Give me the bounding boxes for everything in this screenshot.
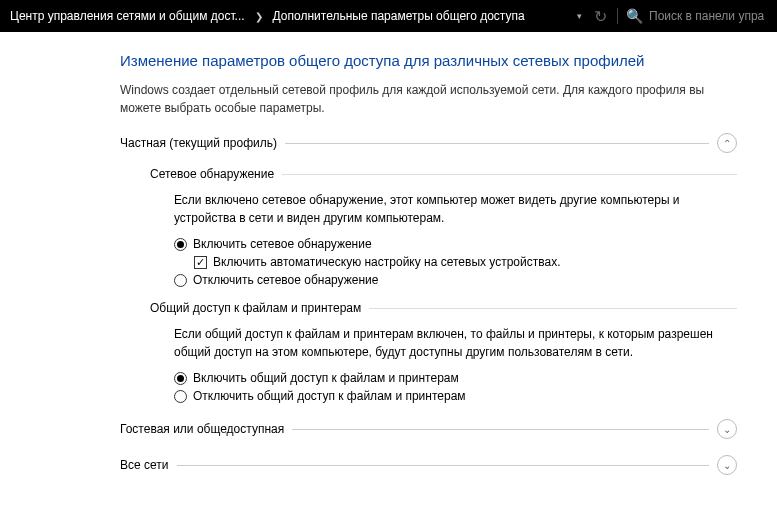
divider — [285, 143, 709, 144]
subsection-header: Общий доступ к файлам и принтерам — [150, 301, 737, 315]
radio-icon — [174, 238, 187, 251]
refresh-icon[interactable]: ↻ — [590, 7, 611, 26]
chevron-right-icon: ❯ — [249, 11, 269, 22]
radio-label: Включить общий доступ к файлам и принтер… — [193, 371, 459, 385]
divider — [282, 174, 737, 175]
title-bar: Центр управления сетями и общим дост... … — [0, 0, 777, 32]
section-title-all: Все сети — [120, 458, 169, 472]
search-input[interactable] — [649, 9, 777, 23]
options-group: Включить общий доступ к файлам и принтер… — [174, 371, 737, 403]
section-header-guest[interactable]: Гостевая или общедоступная ⌄ — [120, 419, 737, 439]
checkbox-auto-setup[interactable]: Включить автоматическую настройку на сет… — [194, 255, 737, 269]
radio-label: Отключить сетевое обнаружение — [193, 273, 378, 287]
checkbox-icon — [194, 256, 207, 269]
subsection-title: Общий доступ к файлам и принтерам — [150, 301, 361, 315]
options-group: Включить сетевое обнаружение Включить ав… — [174, 237, 737, 287]
radio-icon — [174, 274, 187, 287]
radio-enable-sharing[interactable]: Включить общий доступ к файлам и принтер… — [174, 371, 737, 385]
section-header-private[interactable]: Частная (текущий профиль) ⌃ — [120, 133, 737, 153]
chevron-up-icon[interactable]: ⌃ — [717, 133, 737, 153]
subsection-title: Сетевое обнаружение — [150, 167, 274, 181]
breadcrumb-item-advanced-sharing[interactable]: Дополнительные параметры общего доступа — [269, 9, 529, 23]
search-section: 🔍 — [617, 8, 777, 24]
radio-label: Отключить общий доступ к файлам и принте… — [193, 389, 466, 403]
radio-enable-discovery[interactable]: Включить сетевое обнаружение — [174, 237, 737, 251]
section-title-private: Частная (текущий профиль) — [120, 136, 277, 150]
chevron-down-icon[interactable]: ⌄ — [717, 455, 737, 475]
divider — [177, 465, 710, 466]
divider — [369, 308, 737, 309]
radio-label: Включить сетевое обнаружение — [193, 237, 372, 251]
subsection-description: Если включено сетевое обнаружение, этот … — [174, 191, 737, 227]
breadcrumb-nav: ▾ ↻ — [565, 7, 617, 26]
subsection-description: Если общий доступ к файлам и принтерам в… — [174, 325, 737, 361]
chevron-down-icon[interactable]: ⌄ — [717, 419, 737, 439]
radio-icon — [174, 390, 187, 403]
radio-icon — [174, 372, 187, 385]
section-title-guest: Гостевая или общедоступная — [120, 422, 284, 436]
subsection-file-printer: Общий доступ к файлам и принтерам Если о… — [150, 301, 737, 403]
page-subtitle: Windows создает отдельный сетевой профил… — [120, 81, 737, 117]
dropdown-icon[interactable]: ▾ — [571, 11, 588, 21]
breadcrumb[interactable]: Центр управления сетями и общим дост... … — [0, 9, 565, 23]
checkbox-label: Включить автоматическую настройку на сет… — [213, 255, 561, 269]
page-title: Изменение параметров общего доступа для … — [120, 52, 737, 69]
section-header-all-networks[interactable]: Все сети ⌄ — [120, 455, 737, 475]
search-icon: 🔍 — [626, 8, 643, 24]
subsection-network-discovery: Сетевое обнаружение Если включено сетево… — [150, 167, 737, 287]
divider — [292, 429, 709, 430]
content-area: Изменение параметров общего доступа для … — [0, 32, 777, 503]
breadcrumb-item-network-center[interactable]: Центр управления сетями и общим дост... — [6, 9, 249, 23]
radio-disable-sharing[interactable]: Отключить общий доступ к файлам и принте… — [174, 389, 737, 403]
radio-disable-discovery[interactable]: Отключить сетевое обнаружение — [174, 273, 737, 287]
subsection-header: Сетевое обнаружение — [150, 167, 737, 181]
